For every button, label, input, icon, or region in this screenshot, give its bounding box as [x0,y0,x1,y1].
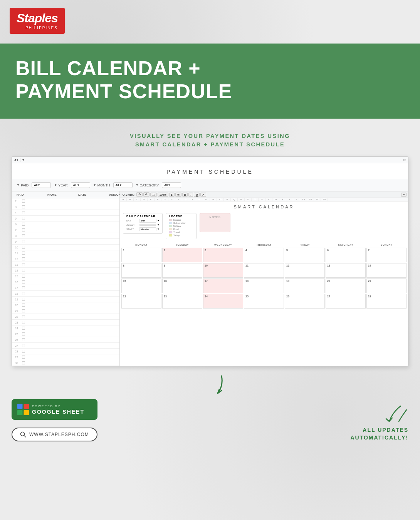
dc-dropdown2[interactable]: ▾ [158,223,159,226]
notes-label: NOTES [209,216,220,218]
gs-toolbar-btn[interactable]: U [194,193,200,197]
svg-rect-0 [17,404,23,409]
svg-rect-2 [17,410,23,416]
powered-by-box: POWERED BY GOOGLE SHEET [12,399,97,420]
cal-cell: 1 [121,248,161,262]
subtitle-text: VISUALLY SEE YOUR PAYMENT DATES USING SM… [15,132,405,149]
day-label-wed: WEDNESDAY [203,243,243,247]
gs-toolbar-btn[interactable]: ⟳ [143,192,150,197]
gs-menu-item[interactable]: Q 1 menu [121,193,136,196]
category-dropdown[interactable]: All ▾ [162,182,181,188]
cal-week: 1 2 3 4 5 6 7 [121,248,407,262]
cal-cell: 15 [121,278,161,293]
table-row: 23 [12,320,119,325]
legend-item-subscription: Subscription [169,222,193,224]
smart-calendar-container: SMART CALENDAR DAILY CALENDAR DAY 24th ▾… [120,201,408,310]
toolbar-menu-item[interactable]: A1 [14,158,18,162]
gs-toolbar-btn[interactable]: A [200,193,206,197]
gs-toolbar-btn[interactable]: ⟲ [136,192,143,197]
gs-toolbar: Q 1 menu ⟲ ⟳ 🖨 100% $ % B I U A ≡ [120,191,408,198]
formula-indicator: fx [403,158,406,162]
notes-box: NOTES [200,213,230,232]
dc-input-start[interactable]: Monday [139,227,156,231]
logo-area: Staples PHILIPPINES [0,0,420,42]
table-row: 21 [12,308,119,314]
header-banner: BILL CALENDAR + PAYMENT SCHEDULE [0,44,420,119]
table-row: 22 [12,314,119,320]
filter-row: ▼ PAID All ▾ ▼ YEAR All ▾ ▼ MONTH All ▾ … [12,179,408,191]
cal-week: 8 9 10 11 12 13 14 [121,263,407,278]
col-num: R [238,198,245,201]
gs-toolbar-btn[interactable]: $ [169,193,175,197]
cal-weeks: 1 2 3 4 5 6 7 8 9 10 [121,248,407,309]
legend-label-travel: Travel [173,231,180,233]
brand-sub: PHILIPPINES [17,26,58,30]
dc-input-january[interactable] [139,224,156,226]
smart-calendar-title: SMART CALENDAR [120,201,408,211]
cal-cell: 12 [285,263,325,278]
col-num: U [259,198,265,201]
dc-field-day: DAY 24th ▾ [126,219,159,223]
toolbar-divider: | [20,158,20,162]
cal-cell: 19 [285,278,325,293]
day-label-tue: TUESDAY [162,243,202,247]
paid-dropdown[interactable]: All ▾ [32,182,51,188]
legend-color-utilities [169,225,172,227]
col-num: M [203,198,210,201]
daily-cal-title: DAILY CALENDAR [126,215,159,218]
dc-input-day[interactable]: 24th [139,219,156,223]
gs-toolbar-btn[interactable]: B [182,193,188,197]
month-dropdown[interactable]: All ▾ [113,182,133,188]
col-num: AB [307,198,314,201]
calendar-controls: DAILY CALENDAR DAY 24th ▾ January ▾ [120,211,408,241]
gs-toolbar-btn[interactable]: % [175,193,181,197]
table-row: 27 [12,343,119,349]
legend-item-travel: Travel [169,231,193,233]
gs-toolbar-btn[interactable]: I [188,193,193,197]
col-num: Y [286,198,293,201]
table-row: 2 [12,198,119,204]
cal-days-header: MONDAY TUESDAY WEDNESDAY THURSDAY FRIDAY… [121,243,407,247]
legend-label-income: Income [173,219,181,221]
col-num: B [127,198,134,201]
year-dropdown[interactable]: All ▾ [71,182,90,188]
table-row: 10 [12,245,119,250]
legend-item-utilities: Utilities [169,225,193,227]
day-label-sun: SUNDAY [366,243,407,247]
website-url: WWW.STAPLESPH.COM [29,432,89,437]
ss-col-header: PAID NAME DATE AMOUNT [12,191,119,198]
dc-dropdown[interactable]: ▾ [158,219,159,222]
table-row: 25 [12,331,119,337]
dc-label-start: START [126,228,138,230]
cal-cell: 23 [162,294,202,309]
col-num: F [155,198,161,201]
table-row: 20 [12,302,119,308]
legend-label-utilities: Utilities [173,225,181,227]
table-row: 16 [12,279,119,285]
google-sheet-label: GOOGLE SHEET [32,409,84,415]
col-num: C [134,198,141,201]
cal-cell: 6 [326,248,366,262]
website-box[interactable]: WWW.STAPLESPH.COM [12,428,97,441]
cal-cell: 25 [244,294,284,309]
day-label-thu: THURSDAY [244,243,284,247]
col-num: S [245,198,252,201]
col-num: AC [314,198,321,201]
right-bottom-group: ALL UPDATES AUTOMATICALLY! [350,404,408,441]
staples-logo: Staples PHILIPPINES [10,8,65,34]
subtitle-section: VISUALLY SEE YOUR PAYMENT DATES USING SM… [0,119,420,157]
table-row: 29 [12,354,119,360]
google-logo-icon [17,404,29,415]
gs-toolbar-btn[interactable]: 🖨 [150,193,157,197]
gs-toolbar-btn[interactable]: ≡ [401,193,407,197]
cal-cell: 4 [244,248,284,262]
legend-color-today [169,234,172,237]
gs-toolbar-btn[interactable]: 100% [158,193,168,197]
cal-week: 15 16 17 18 19 20 21 [121,278,407,293]
payment-schedule-label: PAYMENT SCHEDULE [166,169,253,175]
right-panel: Q 1 menu ⟲ ⟳ 🖨 100% $ % B I U A ≡ A B C … [120,191,408,366]
svg-rect-1 [24,404,29,409]
cal-week: 22 23 24 25 26 27 28 [121,294,407,309]
dc-dropdown3[interactable]: ▾ [158,228,159,231]
legend-label-food: Food [173,228,179,230]
